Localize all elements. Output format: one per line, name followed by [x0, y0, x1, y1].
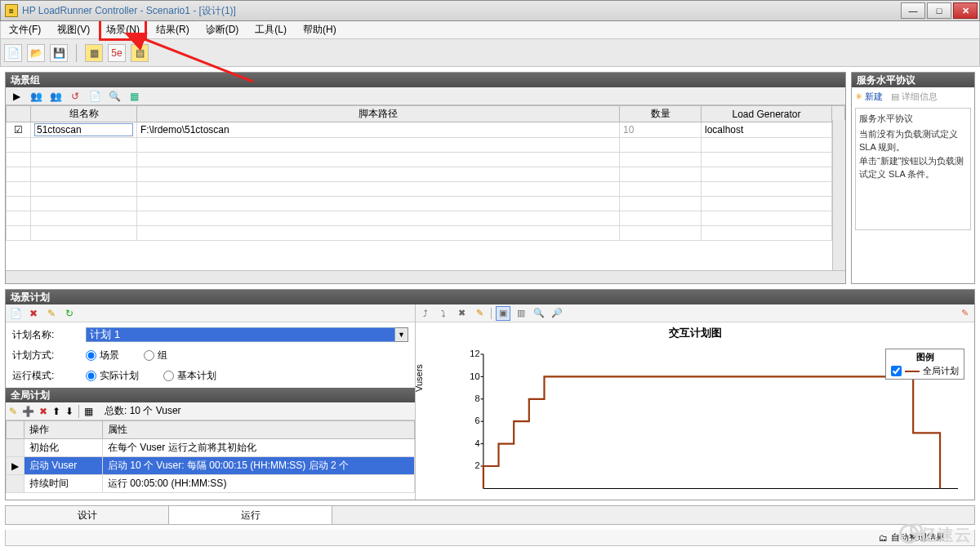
grid-icon[interactable]: ▦ [127, 90, 141, 103]
total-vusers: 总数: 10 个 Vuser [105, 404, 181, 418]
svg-text:4: 4 [474, 438, 479, 448]
mode-scenario-radio[interactable]: 场景 [86, 349, 119, 362]
scenario-plan-panel: 场景计划 📄 ✖ ✎ ↻ 计划名称: ▼ [5, 289, 975, 500]
legend-swatch [905, 371, 920, 372]
plan-mode-label: 计划方式: [12, 349, 86, 362]
del-row-icon[interactable]: ✖ [39, 406, 47, 417]
doc-icon[interactable]: 📄 [87, 90, 102, 103]
reset-icon[interactable]: ↺ [68, 90, 82, 103]
sla-details-link: ▤详细信息 [891, 91, 938, 103]
sla-info-box: 服务水平协议 当前没有为负载测试定义 SLA 规则。 单击“新建”按钮以为负载测… [855, 108, 971, 230]
new-icon: ✳ [855, 91, 862, 102]
chart-legend[interactable]: 图例 全局计划 [885, 349, 964, 380]
chart-view1-icon[interactable]: ▣ [497, 307, 510, 320]
titlebar: ≡ HP LoadRunner Controller - Scenario1 -… [0, 0, 980, 21]
svg-text:6: 6 [474, 415, 479, 425]
legend-toggle-icon[interactable]: ✎ [958, 307, 971, 320]
plan-toolbar: 📄 ✖ ✎ ↻ [6, 304, 415, 322]
chart-toolbar: ⤴ ⤵ ✖ ✎ ▣ ▥ 🔍 🔎 ✎ [416, 304, 974, 322]
table-row[interactable]: ▶启动 Vuser启动 10 个 Vuser: 每隔 00:00:15 (HH:… [7, 457, 415, 475]
sla-panel: 服务水平协议 ✳新建 ▤详细信息 服务水平协议 当前没有为负载测试定义 SLA … [851, 72, 975, 284]
svg-text:2: 2 [474, 460, 479, 470]
tool-icon-2[interactable]: 5e [108, 44, 126, 62]
svg-text:12: 12 [470, 349, 479, 358]
rename-plan-icon[interactable]: ✎ [45, 307, 58, 320]
menu-results[interactable]: 结果(R) [151, 21, 194, 38]
chart-tool-1-icon[interactable]: ⤴ [419, 307, 432, 320]
edit-row-icon[interactable]: ✎ [9, 406, 17, 417]
new-plan-icon[interactable]: 📄 [9, 307, 22, 320]
scenario-group-table[interactable]: 组名称 脚本路径 数量 Load Generator ☑ F:\lrdemo\5… [6, 105, 845, 241]
menu-scenario[interactable]: 场景(N) [101, 21, 145, 38]
cell-path: F:\lrdemo\51ctoscan [137, 122, 620, 138]
scenario-group-toolbar: ▶ 👥 👥 ↺ 📄 🔍 ▦ [6, 87, 845, 105]
run-real-radio[interactable]: 实际计划 [86, 369, 139, 383]
chart-view2-icon[interactable]: ▥ [514, 307, 528, 320]
sla-new-link[interactable]: ✳新建 [855, 91, 883, 103]
vusers-red-icon[interactable]: 👥 [48, 90, 63, 103]
col-attr[interactable]: 属性 [103, 421, 415, 439]
horizontal-scrollbar[interactable] [6, 270, 845, 283]
minimize-button[interactable]: — [901, 2, 925, 19]
run-basic-radio[interactable]: 基本计划 [163, 369, 216, 383]
tab-run[interactable]: 运行 [169, 506, 332, 524]
play-icon[interactable]: ▶ [9, 90, 24, 103]
close-button[interactable]: ✕ [953, 2, 978, 19]
chart-y-axis-label: Vusers [414, 364, 424, 392]
menu-help[interactable]: 帮助(H) [298, 21, 341, 38]
vusers-icon[interactable]: 👥 [29, 90, 43, 103]
sla-title: 服务水平协议 [852, 73, 974, 87]
refresh-plan-icon[interactable]: ↻ [63, 307, 76, 320]
tool-icon-1[interactable]: ▦ [85, 44, 103, 62]
chart-tool-2-icon[interactable]: ⤵ [437, 307, 450, 320]
col-qty[interactable]: 数量 [620, 106, 702, 122]
chart-tool-3-icon[interactable]: ✖ [455, 307, 468, 320]
scenario-plan-title: 场景计划 [6, 290, 974, 304]
mode-group-radio[interactable]: 组 [144, 349, 167, 362]
add-row-icon[interactable]: ➕ [22, 406, 34, 417]
tab-design[interactable]: 设计 [6, 506, 169, 524]
tool-icon-3[interactable]: ▤ [131, 44, 149, 62]
run-mode-label: 运行模式: [12, 369, 86, 383]
chart-title: 交互计划图 [416, 322, 974, 344]
main-toolbar: 📄 📂 💾 ▦ 5e ▤ [0, 39, 980, 67]
svg-text:10: 10 [470, 371, 479, 381]
menu-diagnose[interactable]: 诊断(D) [201, 21, 244, 38]
col-lg[interactable]: Load Generator [702, 106, 832, 122]
app-icon: ≡ [5, 4, 18, 17]
copy-icon[interactable]: ▦ [84, 406, 93, 417]
chart-edit-icon[interactable]: ✎ [473, 307, 486, 320]
save-icon[interactable]: 💾 [50, 44, 68, 62]
global-plan-title: 全局计划 [6, 388, 415, 402]
plan-name-label: 计划名称: [12, 328, 86, 342]
legend-checkbox[interactable] [891, 366, 902, 376]
table-row[interactable]: 持续时间运行 00:05:00 (HH:MM:SS) [7, 475, 415, 493]
menu-view[interactable]: 视图(V) [52, 21, 95, 38]
chart-area: 交互计划图 Vusers 2 4 6 8 [416, 322, 974, 500]
col-path[interactable]: 脚本路径 [137, 106, 620, 122]
interactive-plan-chart: 2 4 6 8 10 12 [457, 345, 958, 497]
chevron-down-icon[interactable]: ▼ [395, 327, 408, 342]
maximize-button[interactable]: □ [927, 2, 951, 19]
menu-tools[interactable]: 工具(L) [250, 21, 292, 38]
global-plan-toolbar: ✎ ➕ ✖ ⬆ ⬇ ▦ 总数: 10 个 Vuser [6, 402, 415, 420]
zoom-out-icon[interactable]: 🔎 [550, 307, 564, 320]
table-row[interactable]: 初始化在每个 Vuser 运行之前将其初始化 [7, 439, 415, 457]
scenario-group-panel: 场景组 ▶ 👥 👥 ↺ 📄 🔍 ▦ 组名称 脚本路径 数量 Load Gen [5, 72, 846, 284]
down-icon[interactable]: ⬇ [65, 406, 74, 417]
delete-plan-icon[interactable]: ✖ [27, 307, 40, 320]
global-plan-table[interactable]: 操作属性 初始化在每个 Vuser 运行之前将其初始化 ▶启动 Vuser启动 … [6, 420, 415, 493]
plan-name-select[interactable] [86, 327, 395, 342]
menu-file[interactable]: 文件(F) [4, 21, 46, 38]
up-icon[interactable]: ⬆ [52, 406, 60, 417]
col-name[interactable]: 组名称 [31, 106, 137, 122]
new-icon[interactable]: 📄 [4, 44, 22, 62]
table-row[interactable]: ☑ F:\lrdemo\51ctoscan 10 localhost [7, 122, 845, 138]
col-op[interactable]: 操作 [24, 421, 103, 439]
legend-title: 图例 [891, 351, 959, 363]
search-doc-icon[interactable]: 🔍 [107, 90, 122, 103]
vertical-scrollbar[interactable] [832, 120, 845, 270]
zoom-in-icon[interactable]: 🔍 [532, 307, 546, 320]
group-name-input[interactable] [34, 123, 133, 136]
open-icon[interactable]: 📂 [27, 44, 45, 62]
